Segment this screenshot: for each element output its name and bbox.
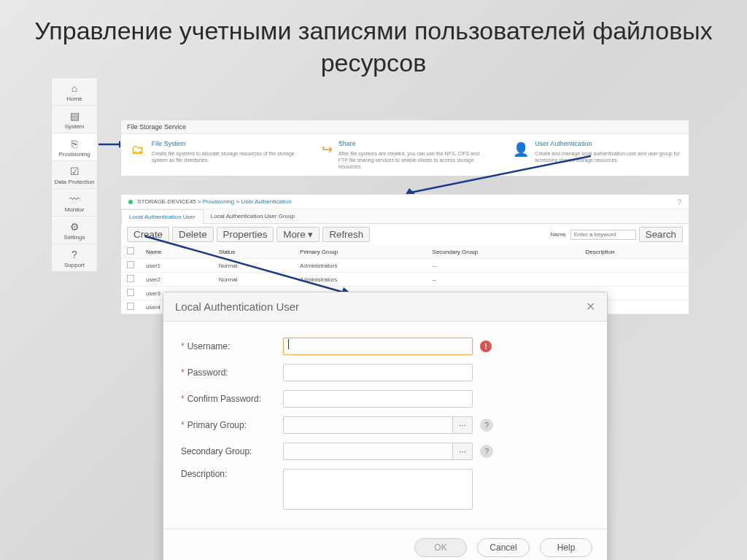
sidebar-nav: ⌂ Home ▤ System ⎘ Provisioning ☑ Data Pr… <box>51 77 98 272</box>
card-title: User Authentication <box>535 140 680 149</box>
nav-data-protection[interactable]: ☑ Data Protection <box>52 161 97 189</box>
nav-system[interactable]: ▤ System <box>52 106 97 133</box>
nav-label: Home <box>66 96 82 102</box>
browse-button[interactable]: ··· <box>452 443 473 460</box>
tab-local-group[interactable]: Local Authentication User Group <box>204 209 302 223</box>
breadcrumb: STORAGE-DEVICE45 > Provisioning > User A… <box>121 195 689 209</box>
cell-desc <box>580 273 689 287</box>
cell-secondary: -- <box>427 273 580 287</box>
close-icon[interactable]: ✕ <box>586 300 595 314</box>
col-desc[interactable]: Description <box>580 245 689 259</box>
label-primary-group: Primary Group: <box>187 420 247 430</box>
panel-header: File Storage Service <box>121 120 689 134</box>
label-password: Password: <box>187 368 228 378</box>
search-label: Name <box>550 231 565 238</box>
create-user-dialog: Local Authentication User ✕ *Username: !… <box>163 292 608 560</box>
help-button[interactable]: Help <box>540 538 592 557</box>
nav-label: Support <box>64 262 85 268</box>
tabs: Local Authentication User Local Authenti… <box>121 209 689 224</box>
card-title: Share <box>338 140 489 149</box>
svg-line-4 <box>145 236 347 293</box>
nav-provisioning[interactable]: ⎘ Provisioning <box>52 133 97 161</box>
checkbox-all[interactable] <box>127 247 134 254</box>
col-secondary[interactable]: Secondary Group <box>427 245 580 259</box>
bc-device: STORAGE-DEVICE45 <box>137 198 196 205</box>
label-username: Username: <box>187 341 231 351</box>
tab-local-user[interactable]: Local Authentication User <box>121 209 204 224</box>
confirm-password-input[interactable] <box>283 390 473 408</box>
bc-provisioning[interactable]: Provisioning <box>203 198 235 205</box>
label-confirm: Confirm Password: <box>187 394 261 404</box>
bc-user-auth[interactable]: User Authentication <box>241 198 291 205</box>
search-button[interactable]: Search <box>639 227 683 242</box>
help-icon[interactable]: ? <box>480 445 493 458</box>
label-description: Description: <box>181 469 227 479</box>
nav-label: Provisioning <box>58 151 90 158</box>
nav-label: Monitor <box>65 206 85 213</box>
home-icon: ⌂ <box>71 82 77 94</box>
checkbox[interactable] <box>127 303 134 310</box>
shield-icon: ☑ <box>70 166 80 177</box>
checkbox[interactable] <box>127 261 134 268</box>
checkbox[interactable] <box>127 289 134 296</box>
label-secondary-group: Secondary Group: <box>181 446 252 456</box>
nav-monitor[interactable]: 〰 Monitor <box>52 189 97 217</box>
error-icon: ! <box>480 341 492 352</box>
nav-settings[interactable]: ⚙ Settings <box>52 217 97 244</box>
checkbox[interactable] <box>127 275 134 282</box>
provisioning-icon: ⎘ <box>71 138 77 149</box>
ok-button[interactable]: OK <box>414 538 467 557</box>
password-input[interactable] <box>283 364 473 381</box>
cancel-button[interactable]: Cancel <box>477 538 530 557</box>
card-desc: Create file systems to allocate storage … <box>152 150 297 163</box>
nav-label: Settings <box>64 234 85 241</box>
search-input[interactable] <box>570 230 636 240</box>
help-icon[interactable]: ? <box>677 198 681 206</box>
nav-label: System <box>65 123 85 130</box>
folder-icon: 🗂 <box>130 140 146 159</box>
monitor-icon: 〰 <box>69 193 80 205</box>
browse-button[interactable]: ··· <box>452 416 473 434</box>
nav-home[interactable]: ⌂ Home <box>52 78 97 106</box>
arrow-icon <box>142 233 354 299</box>
card-title: File System <box>152 140 297 149</box>
dialog-title: Local Authentication User <box>175 300 299 313</box>
share-icon: ↪ <box>322 140 333 159</box>
gear-icon: ⚙ <box>70 221 80 233</box>
system-icon: ▤ <box>70 110 80 122</box>
slide-title: Управление учетными записями пользовател… <box>0 15 747 79</box>
card-file-system[interactable]: 🗂 File System Create file systems to all… <box>130 140 297 170</box>
primary-group-input[interactable] <box>283 416 452 434</box>
help-icon: ? <box>71 249 77 260</box>
nav-label: Data Protection <box>54 179 94 185</box>
username-input[interactable] <box>283 338 473 355</box>
help-icon[interactable]: ? <box>480 419 493 432</box>
description-input[interactable] <box>283 469 473 510</box>
nav-support[interactable]: ? Support <box>52 244 97 271</box>
arrow-icon <box>405 153 595 198</box>
cell-secondary: -- <box>427 259 580 273</box>
cell-desc <box>580 259 689 273</box>
status-dot-icon <box>128 200 133 204</box>
svg-line-2 <box>411 156 591 192</box>
secondary-group-input[interactable] <box>283 443 452 460</box>
